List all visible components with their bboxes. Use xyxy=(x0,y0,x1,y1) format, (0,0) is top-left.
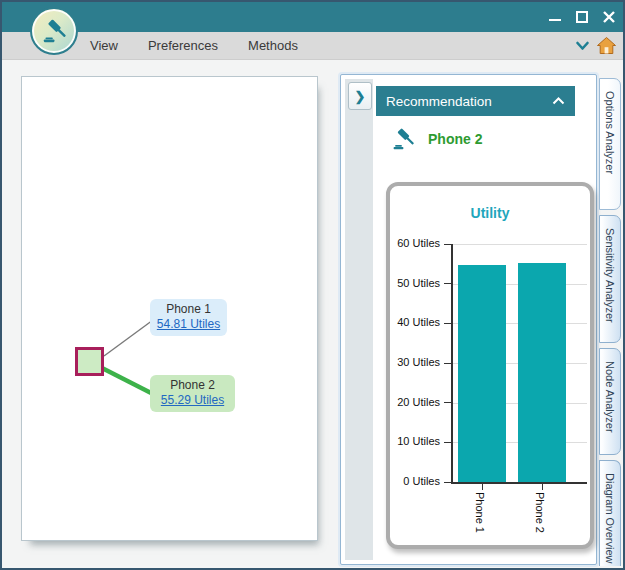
collapse-section-button[interactable] xyxy=(552,97,565,105)
y-axis-tick xyxy=(444,402,451,403)
y-axis-label: 50 Utiles xyxy=(390,277,440,289)
option-utility-link[interactable]: 55.29 Utiles xyxy=(161,393,224,407)
recommendation-title: Recommendation xyxy=(386,94,492,109)
option-label: Phone 2 xyxy=(150,378,235,393)
close-icon xyxy=(603,11,615,23)
tab-node-analyzer[interactable]: Node Analyzer xyxy=(599,348,621,455)
window-controls xyxy=(547,2,617,32)
option-label: Phone 1 xyxy=(150,302,227,317)
option-utility-link[interactable]: 54.81 Utiles xyxy=(157,317,220,331)
bar-phone-1 xyxy=(458,265,506,482)
minimize-icon xyxy=(549,19,561,21)
tab-sensitivity-analyzer[interactable]: Sensitivity Analyzer xyxy=(599,215,621,343)
option-box-phone-1[interactable]: Phone 1 54.81 Utiles xyxy=(150,299,227,336)
menu-view[interactable]: View xyxy=(90,38,118,53)
y-axis-label: 60 Utiles xyxy=(390,237,440,249)
x-axis-label: Phone 1 xyxy=(474,492,486,533)
y-axis-label: 30 Utiles xyxy=(390,356,440,368)
recommended-option-label: Phone 2 xyxy=(428,131,482,147)
y-axis-tick xyxy=(444,244,451,245)
x-axis xyxy=(451,482,587,484)
gavel-icon xyxy=(391,127,415,151)
x-axis-label: Phone 2 xyxy=(534,492,546,533)
y-axis-label: 10 Utiles xyxy=(390,435,440,447)
chevron-down-icon[interactable] xyxy=(575,40,590,52)
chevron-right-icon: ❯ xyxy=(355,90,366,103)
y-axis-label: 20 Utiles xyxy=(390,396,440,408)
y-axis-tick xyxy=(444,363,451,364)
option-box-phone-2[interactable]: Phone 2 55.29 Utiles xyxy=(150,375,235,412)
minimize-button[interactable] xyxy=(547,9,563,25)
menu-preferences[interactable]: Preferences xyxy=(148,38,218,53)
bar-phone-2 xyxy=(518,263,566,482)
y-axis-tick xyxy=(444,442,451,443)
y-axis-label: 40 Utiles xyxy=(390,316,440,328)
app-window: View Preferences Methods Phone 1 54.81 U… xyxy=(0,0,625,570)
tab-options-analyzer[interactable]: Options Analyzer xyxy=(599,78,621,210)
decision-node[interactable] xyxy=(75,347,104,376)
panel-expand-button[interactable]: ❯ xyxy=(348,82,372,110)
panel-side-strip xyxy=(345,79,373,560)
tab-label: Sensitivity Analyzer xyxy=(604,216,616,342)
home-icon[interactable] xyxy=(597,37,616,54)
gridline xyxy=(453,244,587,245)
tab-diagram-overview[interactable]: Diagram Overview xyxy=(599,460,621,566)
y-axis-tick xyxy=(444,482,451,483)
menu-methods[interactable]: Methods xyxy=(248,38,298,53)
app-logo xyxy=(30,7,78,55)
x-axis-tick xyxy=(482,484,483,490)
options-analyzer-panel: ❯ Recommendation xyxy=(340,74,597,565)
branch-line-phone-2 xyxy=(102,368,155,395)
diagram-canvas: Phone 1 54.81 Utiles Phone 2 55.29 Utile… xyxy=(21,76,318,541)
maximize-button[interactable] xyxy=(574,9,590,25)
menu-bar: View Preferences Methods xyxy=(2,32,623,60)
utility-chart-card: Utility 0 Utiles10 Utiles20 Utiles30 Uti… xyxy=(386,182,594,549)
content-area: Phone 1 54.81 Utiles Phone 2 55.29 Utile… xyxy=(2,60,623,566)
y-axis-tick xyxy=(444,283,451,284)
title-bar xyxy=(2,2,623,32)
gavel-icon xyxy=(41,18,67,44)
recommendation-header[interactable]: Recommendation xyxy=(376,86,575,116)
tab-label: Node Analyzer xyxy=(604,349,616,454)
y-axis-label: 0 Utiles xyxy=(390,475,440,487)
tab-label: Diagram Overview xyxy=(604,461,616,566)
y-axis xyxy=(451,244,453,484)
utility-bar-chart: 0 Utiles10 Utiles20 Utiles30 Utiles40 Ut… xyxy=(390,186,590,545)
menu-bar-right xyxy=(575,37,623,54)
tab-label: Options Analyzer xyxy=(604,79,616,209)
chevron-up-icon xyxy=(552,97,565,105)
close-button[interactable] xyxy=(601,9,617,25)
x-axis-tick xyxy=(542,484,543,490)
branch-line-phone-1 xyxy=(104,320,153,356)
y-axis-tick xyxy=(444,323,451,324)
recommendation-row: Phone 2 xyxy=(391,127,482,151)
maximize-icon xyxy=(576,11,588,23)
